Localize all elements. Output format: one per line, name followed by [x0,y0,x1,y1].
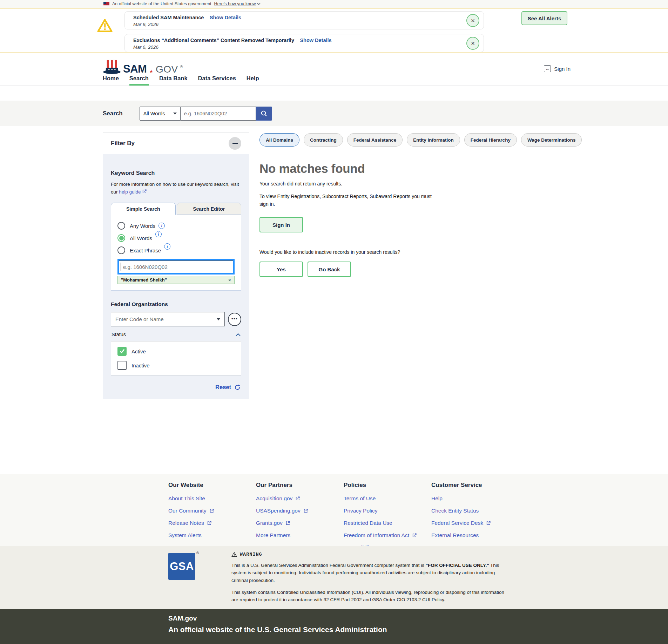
go-back-button[interactable]: Go Back [308,262,351,277]
footer-link-release-notes[interactable]: Release Notes [168,520,252,526]
info-icon[interactable]: i [164,243,170,250]
footer-link-federal-service-desk[interactable]: Federal Service Desk [431,520,515,526]
dismiss-alert-button[interactable]: × [466,37,479,50]
domain-tab-federal-assistance[interactable]: Federal Assistance [347,133,403,147]
show-details-link[interactable]: Show Details [210,15,241,20]
gsa-warning-section: GSA ® WARNING This is a U.S. General Ser… [0,546,668,609]
site-header: ★ ★ ★ SAM ★ GOV ® ← Sign In Home Search … [0,53,668,86]
domain-tabs: All Domains Contracting Federal Assistan… [259,133,575,147]
nav-item-data-bank[interactable]: Data Bank [159,71,188,86]
site-footer: SAM.gov An official website of the U.S. … [0,609,668,644]
nav-item-search[interactable]: Search [129,71,149,86]
sign-in-required-text: To view Entity Registrations, Subcontrac… [259,193,435,208]
status-options-box: Active Inactive [111,341,241,375]
footer-link-restricted-data-use[interactable]: Restricted Data Use [344,520,428,526]
alert-date: Mar 9, 2026 [133,22,463,27]
gsa-logo: GSA [168,553,195,580]
alert-card: Scheduled SAM Maintenance Show Details M… [124,11,484,29]
active-checkbox[interactable] [117,347,127,356]
domain-tab-federal-hierarchy[interactable]: Federal Hierarchy [464,133,517,147]
dismiss-alert-button[interactable]: × [466,14,479,27]
main-content: Filter By Keyword Search For more inform… [0,126,668,474]
domain-tab-wage-determinations[interactable]: Wage Determinations [521,133,582,147]
gov-banner-text: An official website of the United States… [112,1,211,6]
federal-organizations-row: Enter Code or Name ••• [111,312,241,326]
tab-simple-search[interactable]: Simple Search [111,203,176,215]
footer-link-usaspending-gov[interactable]: USASpending.gov [256,508,340,514]
any-words-radio[interactable] [117,222,125,230]
footer-column-customer-service: Customer Service Help Check Entity Statu… [431,482,515,557]
exact-phrase-radio[interactable] [117,246,125,254]
status-option-inactive[interactable]: Inactive [117,361,235,370]
reset-filters-button[interactable]: Reset [111,384,241,391]
alert-title: Exclusions “Additional Comments” Content… [133,38,294,43]
nav-item-help[interactable]: Help [247,71,259,86]
alert-title: Scheduled SAM Maintenance [133,15,204,20]
chevron-down-icon [217,318,220,320]
remove-chip-button[interactable]: × [228,277,231,283]
warning-block: WARNING This is a U.S. General Services … [231,552,508,604]
footer-link-grants-gov[interactable]: Grants.gov [256,520,340,526]
status-option-active[interactable]: Active [117,347,235,356]
nav-item-data-services[interactable]: Data Services [198,71,236,86]
keyword-info-text: For more information on how to use our k… [111,181,241,196]
footer-link-check-entity-status[interactable]: Check Entity Status [431,508,515,514]
domain-tab-all-domains[interactable]: All Domains [259,133,299,147]
federal-organizations-select[interactable]: Enter Code or Name [111,312,225,326]
more-options-button[interactable]: ••• [228,313,241,326]
sam-gov-search-page: An official website of the United States… [0,0,668,644]
footer-link-about-this-site[interactable]: About This Site [168,495,252,502]
keyword-input[interactable] [117,259,235,274]
footer-link-system-alerts[interactable]: System Alerts [168,532,252,538]
inactive-checkbox[interactable] [117,361,127,370]
radio-row-any-words: Any Words i [117,222,235,230]
inactive-question-buttons: Yes Go Back [259,262,575,277]
status-section-toggle[interactable]: Status [111,332,241,337]
filter-panel: Filter By Keyword Search For more inform… [103,133,249,399]
no-matches-heading: No matches found [259,162,575,176]
external-link-icon [303,508,308,513]
search-input[interactable] [181,107,256,121]
alerts-section: Scheduled SAM Maintenance Show Details M… [0,9,668,53]
search-mode-select[interactable]: All Words [140,107,181,121]
chevron-down-icon [173,113,177,115]
footer-link-help[interactable]: Help [431,495,515,502]
footer-column-our-website: Our Website About This Site Our Communit… [168,482,252,544]
keyword-chip: "Mohammed Sheikh" × [117,276,235,284]
help-guide-link[interactable]: help guide [119,189,147,195]
footer-brand: SAM.gov [168,615,668,622]
footer-link-privacy-policy[interactable]: Privacy Policy [344,508,428,514]
info-icon[interactable]: i [155,231,162,237]
footer-link-terms-of-use[interactable]: Terms of Use [344,495,428,502]
nav-item-home[interactable]: Home [103,71,119,86]
domain-tab-entity-information[interactable]: Entity Information [407,133,460,147]
footer-link-foia[interactable]: Freedom of Information Act [344,532,428,538]
chevron-up-icon [236,333,241,336]
footer-link-acquisition-gov[interactable]: Acquisition.gov [256,495,340,502]
gov-banner: An official website of the United States… [0,0,668,8]
main-nav: Home Search Data Bank Data Services Help [0,71,668,86]
warning-paragraph-1: This is a U.S. General Services Administ… [231,562,508,584]
search-button[interactable] [256,107,272,121]
collapse-filters-button[interactable] [229,137,241,150]
sign-in-button[interactable]: Sign In [259,217,303,232]
footer-link-external-resources[interactable]: External Resources [431,532,515,538]
search-label: Search [103,110,123,117]
filter-panel-header: Filter By [103,133,249,154]
footer-link-more-partners[interactable]: More Partners [256,532,340,538]
show-details-link[interactable]: Show Details [300,38,331,43]
external-link-icon [285,521,290,526]
footer-link-our-community[interactable]: Our Community [168,508,252,514]
see-all-alerts-button[interactable]: See All Alerts [521,11,567,25]
all-words-radio[interactable] [117,234,125,242]
domain-tab-contracting[interactable]: Contracting [304,133,343,147]
yes-button[interactable]: Yes [259,262,303,277]
external-link-icon [207,521,212,526]
info-icon[interactable]: i [158,223,165,229]
search-icon [260,110,268,117]
alert-card: Exclusions “Additional Comments” Content… [124,34,484,52]
federal-organizations-heading: Federal Organizations [111,301,241,307]
tab-search-editor[interactable]: Search Editor [177,203,242,215]
how-you-know-link[interactable]: Here’s how you know [214,1,261,6]
radio-row-all-words: All Words i [117,234,235,242]
